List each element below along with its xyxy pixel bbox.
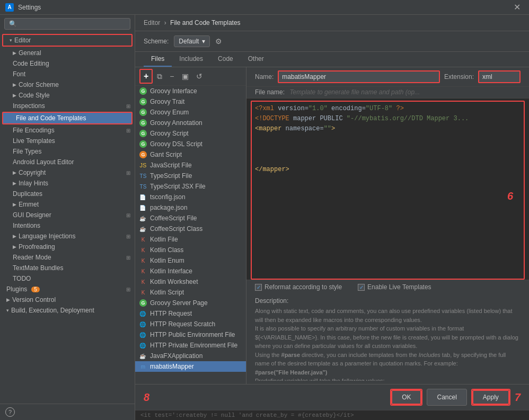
- list-item-label: Groovy Trait: [150, 98, 184, 105]
- sidebar-item-live-templates[interactable]: Live Templates: [0, 136, 135, 146]
- expand-icon: ⊞: [126, 287, 130, 292]
- reformat-checkbox[interactable]: Reformat according to style: [255, 283, 342, 291]
- kotlin-icon: K: [139, 269, 147, 274]
- add-template-button[interactable]: +: [140, 70, 152, 83]
- undo-button[interactable]: ↺: [193, 70, 206, 82]
- name-input[interactable]: [278, 70, 440, 83]
- list-item[interactable]: 🌐 HTTP Private Environment File: [135, 340, 246, 351]
- sidebar-label: Intentions: [13, 222, 40, 229]
- list-item[interactable]: ☕ JavaFXApplication: [135, 351, 246, 361]
- list-item[interactable]: G Groovy Trait: [135, 96, 246, 107]
- right-panel: Editor › File and Code Templates Scheme:…: [135, 15, 529, 420]
- list-item-label: Kotlin Worksheet: [150, 278, 198, 285]
- copy-template-button[interactable]: ⧉: [154, 70, 165, 83]
- list-item[interactable]: 🌐 HTTP Request Scratch: [135, 319, 246, 329]
- groovy-icon: G: [139, 109, 147, 116]
- list-item-label: Gant Script: [150, 151, 182, 158]
- list-item[interactable]: G Groovy Server Page: [135, 298, 246, 308]
- list-item[interactable]: G Groovy Script: [135, 128, 246, 139]
- list-item[interactable]: K Kotlin Script: [135, 287, 246, 298]
- list-item[interactable]: K Kotlin Class: [135, 245, 246, 255]
- tab-other[interactable]: Other: [241, 52, 271, 67]
- sidebar-item-gui-designer[interactable]: GUI Designer ⊞: [0, 210, 135, 220]
- list-item[interactable]: 🌐 HTTP Request: [135, 308, 246, 319]
- extension-input[interactable]: [478, 70, 521, 83]
- expand-icon: ⊞: [126, 170, 130, 176]
- cancel-button[interactable]: Cancel: [427, 389, 466, 406]
- sidebar-label: Duplicates: [13, 190, 42, 198]
- list-item[interactable]: ☕ CoffeeScript File: [135, 213, 246, 224]
- tab-code[interactable]: Code: [210, 52, 241, 67]
- apply-button[interactable]: Apply: [472, 390, 509, 405]
- scheme-settings-button[interactable]: ⚙: [215, 37, 222, 46]
- close-button[interactable]: ✕: [510, 1, 524, 13]
- sidebar-item-plugins[interactable]: Plugins 5 ⊞: [0, 284, 135, 294]
- sidebar-item-file-code-templates[interactable]: File and Code Templates: [3, 113, 131, 123]
- list-item-mybatis[interactable]: m mabatisMapper: [135, 361, 246, 372]
- list-item[interactable]: K Kotlin Enum: [135, 255, 246, 266]
- list-item[interactable]: K Kotlin Interface: [135, 266, 246, 276]
- ok-button[interactable]: OK: [391, 390, 421, 405]
- bottom-buttons: 8 OK Cancel Apply 7: [135, 384, 529, 410]
- list-item[interactable]: K Kotlin File: [135, 234, 246, 245]
- remove-template-button[interactable]: −: [166, 70, 177, 82]
- description-text: Along with static text, code and comment…: [255, 307, 521, 381]
- list-item[interactable]: 🌐 HTTP Public Environment File: [135, 329, 246, 340]
- window-title: Settings: [18, 4, 41, 11]
- sidebar-item-copyright[interactable]: ▶ Copyright ⊞: [0, 167, 135, 178]
- sidebar-item-file-encodings[interactable]: File Encodings ⊞: [0, 125, 135, 136]
- list-item[interactable]: G Gant Script: [135, 149, 246, 160]
- sidebar-label: Code Editing: [13, 60, 49, 67]
- extension-label: Extension:: [444, 73, 474, 81]
- list-item[interactable]: K Kotlin Worksheet: [135, 276, 246, 287]
- help-button[interactable]: ?: [5, 407, 15, 417]
- list-item[interactable]: TS TypeScript JSX File: [135, 181, 246, 192]
- search-box[interactable]: 🔍: [4, 18, 130, 30]
- list-item[interactable]: ☕ CoffeeScript Class: [135, 224, 246, 234]
- list-item[interactable]: TS TypeScript File: [135, 171, 246, 181]
- sidebar-item-file-types[interactable]: File Types: [0, 146, 135, 157]
- sidebar-item-emmet[interactable]: ▶ Emmet: [0, 199, 135, 210]
- tab-includes[interactable]: Includes: [172, 52, 210, 67]
- tab-files[interactable]: Files: [144, 52, 172, 67]
- list-item[interactable]: JS JavaScript File: [135, 160, 246, 171]
- sidebar-item-proofreading[interactable]: ▶ Proofreading: [0, 242, 135, 252]
- right-editor: 4 5 Name: Extension: File name: Template…: [246, 67, 529, 384]
- list-item-label: HTTP Request Scratch: [150, 320, 215, 328]
- list-item[interactable]: G Groovy Annotation: [135, 118, 246, 128]
- sidebar-item-font[interactable]: Font: [0, 69, 135, 79]
- sidebar-item-editor[interactable]: ▾ Editor: [3, 35, 131, 46]
- sidebar-label: Plugins: [6, 285, 27, 293]
- duplicate-template-button[interactable]: ▣: [179, 70, 192, 82]
- live-templates-checkbox[interactable]: Enable Live Templates: [358, 283, 431, 291]
- sidebar-item-lang-injections[interactable]: ▶ Language Injections ⊞: [0, 231, 135, 242]
- sidebar-item-textmate[interactable]: TextMate Bundles: [0, 263, 135, 273]
- sidebar-item-inlay-hints[interactable]: ▶ Inlay Hints: [0, 178, 135, 189]
- sidebar-item-code-style[interactable]: ▶ Code Style: [0, 90, 135, 101]
- sidebar-item-intentions[interactable]: Intentions: [0, 220, 135, 231]
- sidebar-item-color-scheme[interactable]: ▶ Color Scheme: [0, 79, 135, 90]
- list-item[interactable]: G Groovy Interface: [135, 86, 246, 96]
- sidebar-item-build[interactable]: ▾ Build, Execution, Deployment: [0, 305, 135, 316]
- sidebar-item-code-editing[interactable]: Code Editing: [0, 58, 135, 69]
- sidebar-item-version-control[interactable]: ▶ Version Control: [0, 294, 135, 305]
- list-item[interactable]: G Groovy DSL Script: [135, 139, 246, 149]
- js-icon: JS: [139, 162, 147, 168]
- kotlin-icon: K: [139, 247, 147, 253]
- status-bar: <it test=':createby != null 'and create_…: [135, 410, 529, 420]
- list-item-label: Groovy Script: [150, 130, 189, 137]
- list-item[interactable]: 📄 tsconfig.json: [135, 192, 246, 202]
- sidebar-item-todo[interactable]: TODO: [0, 273, 135, 284]
- scheme-select[interactable]: Default ▾: [174, 35, 210, 47]
- sidebar-item-android-layout[interactable]: Android Layout Editor: [0, 157, 135, 167]
- list-item[interactable]: G Groovy Enum: [135, 107, 246, 118]
- list-item-label: Groovy Annotation: [150, 119, 202, 127]
- sidebar-label: Emmet: [19, 201, 39, 208]
- sidebar-item-reader-mode[interactable]: Reader Mode ⊞: [0, 252, 135, 263]
- sidebar-item-general[interactable]: ▶ General: [0, 48, 135, 58]
- arrow-icon: ▶: [13, 50, 16, 56]
- list-item[interactable]: 📄 package.json: [135, 202, 246, 213]
- sidebar-item-inspections[interactable]: Inspections ⊞: [0, 101, 135, 111]
- sidebar-item-duplicates[interactable]: Duplicates: [0, 189, 135, 199]
- code-editor-area[interactable]: <?xml version="1.0" encoding="UTF-8" ?> …: [251, 101, 525, 280]
